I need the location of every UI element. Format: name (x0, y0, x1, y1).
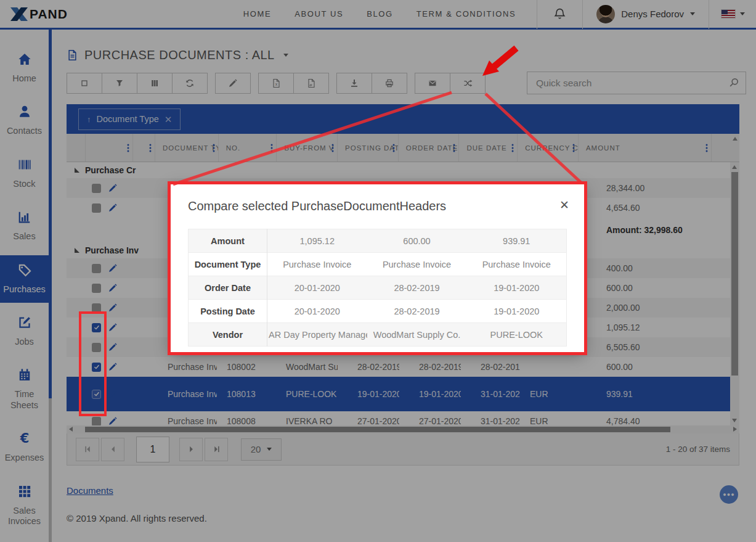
more-actions-fab[interactable]: ●●● (720, 485, 738, 504)
column-menu-icon[interactable] (705, 144, 708, 154)
edit-row-icon[interactable] (108, 362, 118, 372)
refresh-button[interactable] (172, 73, 208, 94)
column-header-1[interactable] (86, 134, 133, 162)
pager-page-1[interactable]: 1 (136, 437, 169, 462)
edit-row-icon[interactable] (108, 263, 118, 273)
row-checkbox[interactable] (92, 264, 101, 273)
columns-button[interactable] (137, 73, 173, 94)
row-checkbox[interactable] (92, 284, 101, 293)
column-header-currency-code[interactable]: CURRENCY CODE (518, 134, 579, 162)
sidebar-item-time-sheets[interactable]: Time Sheets (0, 360, 49, 419)
group-collapse-icon[interactable] (75, 248, 79, 253)
row-checkbox[interactable] (92, 390, 101, 399)
edit-row-icon[interactable] (108, 303, 118, 313)
export-excel-button[interactable]: x (258, 73, 294, 94)
cell-amount: 28,344.00 (582, 183, 717, 193)
column-menu-icon[interactable] (149, 144, 152, 154)
column-header-0[interactable] (67, 134, 86, 162)
select-button[interactable] (67, 73, 102, 94)
search-input[interactable] (527, 72, 746, 94)
sidebar-scrollbar[interactable] (49, 30, 52, 542)
vertical-scrollbar[interactable] (730, 162, 739, 425)
edit-row-icon[interactable] (108, 203, 118, 213)
sidebar-item-purchases[interactable]: Purchases (0, 255, 49, 303)
row-checkbox[interactable] (92, 363, 101, 372)
nav-link-term-conditions[interactable]: TERM & CONDITIONS (417, 9, 516, 18)
row-checkbox[interactable] (92, 184, 101, 193)
row-checkbox[interactable] (92, 323, 101, 332)
row-checkbox[interactable] (92, 343, 101, 352)
sidebar-item-expenses[interactable]: €Expenses (0, 424, 49, 471)
pager-page-size-select[interactable]: 20 (241, 438, 282, 461)
edit-button[interactable] (215, 73, 251, 94)
pager-last-button[interactable] (205, 438, 228, 461)
scroll-up-icon[interactable] (732, 165, 737, 169)
edit-row-icon[interactable] (108, 322, 118, 332)
close-icon[interactable]: ✕ (559, 199, 569, 211)
pager-next-button[interactable] (179, 438, 203, 461)
nav-link-blog[interactable]: BLOG (367, 9, 393, 18)
group-collapse-icon[interactable] (75, 168, 79, 173)
language-selector[interactable] (709, 10, 745, 18)
row-checkbox[interactable] (92, 417, 101, 426)
sidebar-item-sales-invoices[interactable]: Sales Invoices (0, 477, 49, 535)
column-menu-icon[interactable] (453, 144, 455, 154)
edit-row-icon[interactable] (108, 416, 118, 425)
print-button[interactable] (372, 73, 407, 94)
scroll-left-icon[interactable] (69, 427, 73, 432)
edit-row-icon[interactable] (108, 342, 118, 352)
column-header-order-date[interactable]: ORDER DATE (399, 134, 460, 162)
column-header-document-type[interactable]: DOCUMENT TYPE (155, 134, 219, 162)
table-row[interactable]: Purchase Invoice108002WoodMart Supply Co… (67, 357, 730, 377)
sidebar-scrollbar-thumb[interactable] (49, 30, 52, 398)
column-header-2[interactable] (133, 134, 155, 162)
scroll-right-icon[interactable] (733, 427, 737, 432)
column-header-amount[interactable]: AMOUNT (579, 134, 712, 162)
nav-link-about-us[interactable]: ABOUT US (295, 9, 343, 18)
column-header-posting-date[interactable]: POSTING DATE (338, 134, 399, 162)
edit-row-icon[interactable] (108, 283, 118, 293)
sidebar-item-stock[interactable]: Stock (0, 150, 49, 197)
column-menu-icon[interactable] (213, 144, 215, 154)
pager-first-button[interactable] (76, 438, 99, 461)
column-menu-icon[interactable] (572, 144, 575, 154)
column-header-no-[interactable]: NO. (219, 134, 277, 162)
xpand-logo[interactable]: PAND (10, 7, 68, 22)
sidebar-item-contacts[interactable]: Contacts (0, 97, 49, 144)
column-menu-icon[interactable] (127, 144, 129, 154)
column-menu-icon[interactable] (392, 144, 395, 154)
mail-button[interactable] (415, 73, 450, 94)
nav-link-home[interactable]: HOME (243, 9, 271, 18)
table-row[interactable]: Purchase Invoice108008IVERKA RO27-01-202… (67, 411, 730, 425)
horizontal-scrollbar-thumb[interactable] (85, 427, 670, 432)
documents-link[interactable]: Documents (67, 485, 113, 496)
column-menu-icon[interactable] (511, 144, 514, 154)
column-header-buy-from-v[interactable]: BUY-FROM V (277, 134, 338, 162)
row-select-cell (83, 263, 131, 273)
sidebar-item-home[interactable]: Home (0, 44, 49, 92)
column-header-due-date[interactable]: DUE DATE (459, 134, 518, 162)
edit-row-icon[interactable] (108, 389, 118, 399)
column-menu-icon[interactable] (331, 144, 334, 154)
group-chip-document-type[interactable]: ↑ Document Type ✕ (78, 109, 181, 130)
user-menu[interactable]: Denys Fedorov (583, 5, 709, 23)
chip-close-icon[interactable]: ✕ (165, 115, 173, 124)
sidebar-item-jobs[interactable]: Jobs (0, 308, 49, 355)
column-menu-icon[interactable] (270, 144, 273, 154)
notifications-button[interactable] (537, 7, 582, 20)
row-checkbox[interactable] (92, 303, 101, 313)
row-checkbox[interactable] (92, 203, 101, 213)
scroll-down-icon[interactable] (732, 419, 737, 422)
horizontal-scrollbar[interactable] (67, 425, 739, 433)
download-button[interactable] (336, 73, 372, 94)
vertical-scrollbar-thumb[interactable] (731, 172, 738, 376)
export-pdf-button[interactable] (293, 73, 329, 94)
table-row[interactable]: Purchase Invoice108013PURE-LOOK19-01-202… (67, 377, 730, 411)
sidebar-item-sales[interactable]: Sales (0, 202, 49, 250)
edit-row-icon[interactable] (108, 183, 118, 193)
view-dropdown-caret[interactable] (283, 54, 288, 57)
compare-button[interactable] (450, 73, 486, 94)
compare-value: 19-01-2020 (467, 276, 567, 300)
filter-button[interactable] (102, 73, 137, 94)
pager-prev-button[interactable] (101, 438, 124, 461)
